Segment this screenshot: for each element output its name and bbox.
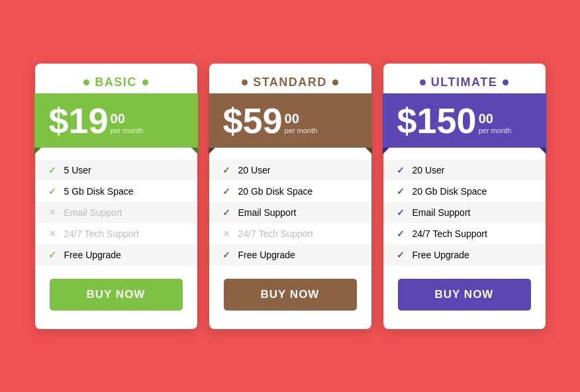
price-amount-ultimate: $150 <box>397 103 477 138</box>
feature-item-basic-1: 5 Gb Disk Space <box>35 181 197 202</box>
feature-text-standard-1: 20 Gb Disk Space <box>238 186 313 197</box>
card-title-text-basic: BASIC <box>95 75 137 89</box>
card-title-strip-standard: STANDARD <box>209 70 371 93</box>
feature-text-basic-3: 24/7 Tech Support <box>64 228 139 239</box>
features-list-basic: 5 User5 Gb Disk SpaceEmail Support24/7 T… <box>35 148 197 266</box>
dot-left-standard <box>242 79 248 85</box>
feature-text-ultimate-3: 24/7 Tech Support <box>412 228 487 239</box>
card-title-text-ultimate: ULTIMATE <box>431 75 497 89</box>
price-cents-standard: 00 <box>285 111 318 126</box>
check-icon-standard-2 <box>221 207 232 218</box>
feature-item-basic-4: Free Upgrade <box>35 244 197 266</box>
feature-item-standard-2: Email Support <box>209 202 371 223</box>
check-icon-basic-4 <box>47 250 58 260</box>
feature-item-standard-4: Free Upgrade <box>209 244 371 266</box>
feature-text-ultimate-1: 20 Gb Disk Space <box>412 186 487 197</box>
feature-text-basic-0: 5 User <box>64 165 91 175</box>
feature-item-ultimate-3: 24/7 Tech Support <box>383 223 546 244</box>
feature-text-basic-4: Free Upgrade <box>64 250 121 260</box>
dot-right-ultimate <box>503 79 508 85</box>
price-cents-basic: 00 <box>111 111 144 126</box>
feature-item-standard-1: 20 Gb Disk Space <box>209 181 371 202</box>
dot-left-basic <box>83 79 89 85</box>
feature-item-ultimate-4: Free Upgrade <box>383 244 546 266</box>
check-icon-ultimate-4 <box>395 250 406 260</box>
card-title-strip-ultimate: ULTIMATE <box>383 70 546 93</box>
card-header-standard: STANDARD <box>209 64 371 93</box>
feature-item-standard-3: 24/7 Tech Support <box>209 223 371 244</box>
dot-right-basic <box>142 79 148 85</box>
check-icon-ultimate-3 <box>395 228 406 239</box>
feature-item-ultimate-1: 20 Gb Disk Space <box>383 181 546 202</box>
buy-now-button-standard[interactable]: BUY NOW <box>224 279 357 311</box>
price-banner-basic: $1900per month <box>34 93 198 148</box>
price-period-basic: per month <box>111 126 144 135</box>
price-cents-ultimate: 00 <box>479 111 512 126</box>
card-header-ultimate: ULTIMATE <box>383 64 546 93</box>
check-icon-basic-0 <box>47 165 58 175</box>
feature-item-ultimate-2: Email Support <box>383 202 546 223</box>
check-icon-ultimate-1 <box>395 186 406 197</box>
price-banner-standard: $5900per month <box>209 93 372 148</box>
pricing-container: BASIC$1900per month5 User5 Gb Disk Space… <box>22 44 559 349</box>
feature-text-standard-0: 20 User <box>238 165 271 175</box>
card-title-text-standard: STANDARD <box>253 75 327 89</box>
features-list-ultimate: 20 User20 Gb Disk SpaceEmail Support24/7… <box>383 148 546 266</box>
buy-now-button-ultimate[interactable]: BUY NOW <box>398 279 531 311</box>
price-amount-standard: $59 <box>223 103 283 138</box>
feature-item-basic-0: 5 User <box>35 160 197 181</box>
feature-text-ultimate-2: Email Support <box>412 207 471 218</box>
dot-left-ultimate <box>420 79 426 85</box>
card-title-strip-basic: BASIC <box>35 70 197 93</box>
cross-icon-standard-3 <box>221 228 232 239</box>
feature-text-basic-1: 5 Gb Disk Space <box>64 186 134 197</box>
feature-item-ultimate-0: 20 User <box>383 160 546 181</box>
price-period-ultimate: per month <box>479 126 512 135</box>
pricing-card-basic: BASIC$1900per month5 User5 Gb Disk Space… <box>35 64 197 329</box>
feature-text-ultimate-0: 20 User <box>412 165 445 175</box>
dot-right-standard <box>332 79 338 85</box>
feature-item-standard-0: 20 User <box>209 160 371 181</box>
card-header-basic: BASIC <box>35 64 197 93</box>
feature-text-standard-4: Free Upgrade <box>238 250 295 260</box>
features-list-standard: 20 User20 Gb Disk SpaceEmail Support24/7… <box>209 148 371 266</box>
feature-item-basic-2: Email Support <box>35 202 197 223</box>
check-icon-standard-0 <box>221 165 232 175</box>
feature-text-ultimate-4: Free Upgrade <box>412 250 469 260</box>
price-cents-block-ultimate: 00per month <box>479 111 512 135</box>
price-amount-basic: $19 <box>49 103 109 138</box>
check-icon-ultimate-0 <box>395 165 406 175</box>
check-icon-ultimate-2 <box>395 207 406 218</box>
price-cents-block-standard: 00per month <box>285 111 318 135</box>
feature-text-standard-2: Email Support <box>238 207 297 218</box>
feature-text-standard-3: 24/7 Tech Support <box>238 228 313 239</box>
check-icon-standard-4 <box>221 250 232 260</box>
feature-item-basic-3: 24/7 Tech Support <box>35 223 197 244</box>
cross-icon-basic-3 <box>47 228 58 239</box>
check-icon-basic-1 <box>47 186 58 197</box>
buy-now-button-basic[interactable]: BUY NOW <box>50 279 183 311</box>
cross-icon-basic-2 <box>47 207 58 218</box>
check-icon-standard-1 <box>221 186 232 197</box>
price-period-standard: per month <box>285 126 318 135</box>
feature-text-basic-2: Email Support <box>64 207 122 218</box>
price-banner-ultimate: $15000per month <box>383 93 546 148</box>
pricing-card-standard: STANDARD$5900per month20 User20 Gb Disk … <box>209 64 371 329</box>
price-cents-block-basic: 00per month <box>111 111 144 135</box>
pricing-card-ultimate: ULTIMATE$15000per month20 User20 Gb Disk… <box>383 64 546 329</box>
